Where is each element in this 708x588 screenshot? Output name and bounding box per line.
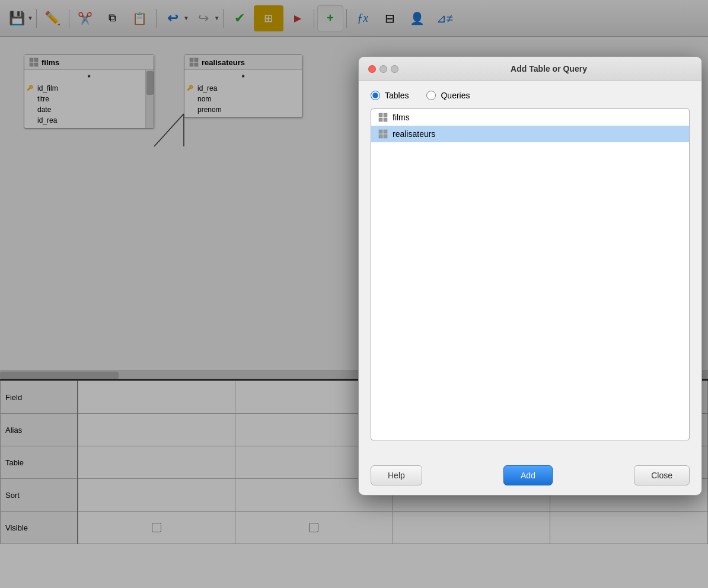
modal-body: Tables Queries films	[359, 81, 701, 459]
modal-title: Add Table or Query	[406, 64, 692, 74]
films-list-icon	[378, 113, 388, 122]
svg-rect-15	[384, 130, 387, 133]
maximize-traffic-light[interactable]	[391, 65, 398, 73]
realisateurs-list-label: realisateurs	[393, 129, 435, 139]
svg-rect-10	[379, 113, 382, 117]
add-button[interactable]: Add	[503, 465, 553, 485]
radio-group: Tables Queries	[371, 91, 690, 100]
minimize-traffic-light[interactable]	[379, 65, 387, 73]
modal-buttons: Help Add Close	[359, 459, 701, 495]
svg-rect-11	[384, 113, 387, 117]
modal-titlebar: Add Table or Query	[359, 57, 701, 81]
close-button[interactable]: Close	[634, 465, 690, 485]
queries-radio-label[interactable]: Queries	[426, 91, 470, 100]
queries-radio[interactable]	[426, 91, 436, 100]
add-table-modal: Add Table or Query Tables Queries	[358, 56, 702, 496]
tables-radio-text: Tables	[385, 91, 409, 100]
svg-rect-12	[379, 118, 382, 122]
tables-radio[interactable]	[371, 91, 380, 100]
films-list-label: films	[393, 113, 410, 122]
help-button[interactable]: Help	[371, 465, 422, 485]
traffic-lights	[368, 65, 398, 73]
modal-overlay: Add Table or Query Tables Queries	[0, 0, 708, 588]
close-traffic-light[interactable]	[368, 65, 376, 73]
svg-rect-17	[384, 135, 387, 138]
svg-rect-14	[379, 130, 382, 133]
table-list-item-films[interactable]: films	[371, 109, 689, 126]
svg-rect-13	[384, 118, 387, 122]
realisateurs-list-icon	[378, 129, 388, 139]
queries-radio-text: Queries	[441, 91, 470, 100]
tables-radio-label[interactable]: Tables	[371, 91, 409, 100]
table-list-item-realisateurs[interactable]: realisateurs	[371, 126, 689, 142]
svg-rect-16	[379, 135, 382, 138]
table-list[interactable]: films realisateurs	[371, 108, 690, 440]
